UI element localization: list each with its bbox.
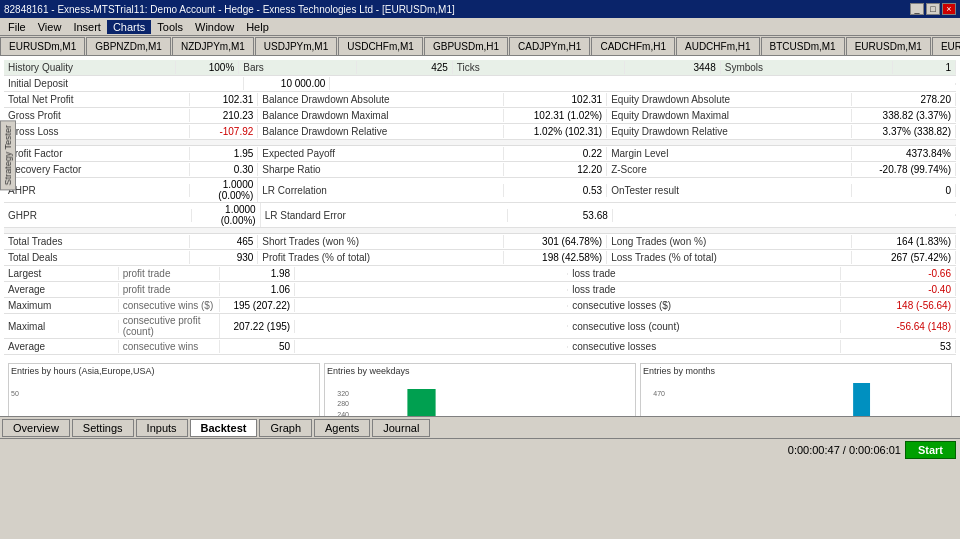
window-controls[interactable]: _ □ × [910,3,956,15]
ticks-label: Ticks [453,61,625,74]
weekdays-chart: Entries by weekdays 320 280 240 200 160 … [324,363,636,416]
average-loss-value: -0.40 [841,283,956,296]
start-button[interactable]: Start [905,441,956,459]
total-trades-row: Total Trades 465 Short Trades (won %) 30… [4,234,956,250]
tab-audchfh1[interactable]: AUDCHFm,H1 [676,37,760,55]
maximal-consec-profit-sublabel: consecutive profit (count) [119,314,220,338]
bottom-tabbar: Overview Settings Inputs Backtest Graph … [0,416,960,438]
tab-cadjpyh1[interactable]: CADJPYm,H1 [509,37,590,55]
gross-profit-value: 210.23 [190,109,258,122]
menu-insert[interactable]: Insert [67,20,107,34]
menubar: File View Insert Charts Tools Window Hel… [0,18,960,36]
tab-gbpnzdm1[interactable]: GBPNZDm,M1 [86,37,171,55]
equity-drawdown-rel-value: 3.37% (338.82) [852,125,956,138]
maximize-button[interactable]: □ [926,3,940,15]
profit-trades-value: 198 (42.58%) [504,251,608,264]
balance-drawdown-abs-label: Balance Drawdown Absolute [258,93,503,106]
balance-drawdown-rel-value: 1.02% (102.31) [504,125,608,138]
total-net-profit-row: Total Net Profit 102.31 Balance Drawdown… [4,92,956,108]
average-profit-sublabel: profit trade [119,283,220,296]
average-label: Average [4,283,119,296]
history-quality-value: 100% [176,61,239,74]
lr-std-error-label: LR Standard Error [261,209,509,222]
balance-drawdown-max-value: 102.31 (1.02%) [504,109,608,122]
weekdays-chart-title: Entries by weekdays [327,366,633,376]
tab-journal[interactable]: Journal [372,419,430,437]
profit-factor-value: 1.95 [190,147,258,160]
largest-profit-value: 1.98 [220,267,295,280]
maximal-consec-loss-label: consecutive loss (count) [568,320,841,333]
lr-std-error-value: 53.68 [508,209,612,222]
initial-deposit-row: Initial Deposit 10 000.00 [4,76,956,92]
loss-trades-label: Loss Trades (% of total) [607,251,852,264]
profit-trades-label: Profit Trades (% of total) [258,251,503,264]
tab-settings[interactable]: Settings [72,419,134,437]
tab-overview[interactable]: Overview [2,419,70,437]
tab-backtest[interactable]: Backtest [190,419,258,437]
gross-loss-row: Gross Loss -107.92 Balance Drawdown Rela… [4,124,956,140]
total-trades-value: 465 [190,235,258,248]
tab-usdjpym1[interactable]: USDJPYm,M1 [255,37,337,55]
hours-chart-title: Entries by hours (Asia,Europe,USA) [11,366,317,376]
menu-help[interactable]: Help [240,20,275,34]
lr-correlation-value: 0.53 [504,184,608,197]
main-content: History Quality 100% Bars 425 Ticks 3448… [0,56,960,416]
charts-section: Entries by hours (Asia,Europe,USA) 50 45 [4,359,956,416]
avg-consec-label: Average [4,340,119,353]
tab-gbpusdh1[interactable]: GBPUSDm,H1 [424,37,508,55]
months-bar-chart [667,381,949,416]
maximum-label: Maximum [4,299,119,312]
tab-cadchfh1[interactable]: CADCHFm,H1 [591,37,675,55]
menu-charts[interactable]: Charts [107,20,151,34]
max-consec-losses-label: consecutive losses ($) [568,299,841,312]
short-trades-value: 301 (64.78%) [504,235,608,248]
tab-eurusdm1-2[interactable]: EURUSDm,M1 [846,37,931,55]
menu-window[interactable]: Window [189,20,240,34]
tab-graph[interactable]: Graph [259,419,312,437]
symbols-label: Symbols [721,61,893,74]
ahpr-row: AHPR 1.0000 (0.00%) LR Correlation 0.53 … [4,178,956,203]
bars-value: 425 [357,61,453,74]
tab-eurusdm1-3[interactable]: EURUSDm,M1 [932,37,960,55]
tab-agents[interactable]: Agents [314,419,370,437]
hours-chart-area: 50 45 [11,380,317,416]
largest-loss-value: -0.66 [841,267,956,280]
tab-eurusdm1-1[interactable]: EURUSDm,M1 [0,37,85,55]
tab-nzdjpym1[interactable]: NZDJPYm,M1 [172,37,254,55]
gross-loss-value: -107.92 [190,125,258,138]
tab-btcusdm1[interactable]: BTCUSDm,M1 [761,37,845,55]
statusbar-time: 0:00:00:47 / 0:00:06:01 [788,444,901,456]
sharpe-ratio-label: Sharpe Ratio [258,163,503,176]
loss-trades-value: 267 (57.42%) [852,251,956,264]
largest-loss-label: loss trade [568,267,841,280]
total-net-profit-label: Total Net Profit [4,93,190,106]
avg-consec-wins-sublabel: consecutive wins [119,340,220,353]
sidebar-label: Strategy Tester [0,120,16,190]
maximum-row: Maximum consecutive wins ($) 195 (207.22… [4,298,956,314]
menu-view[interactable]: View [32,20,68,34]
total-trades-label: Total Trades [4,235,190,248]
largest-row: Largest profit trade 1.98 loss trade -0.… [4,266,956,282]
average-row: Average profit trade 1.06 loss trade -0.… [4,282,956,298]
tab-usdchfm1[interactable]: USDCHFm,M1 [338,37,423,55]
balance-drawdown-max-label: Balance Drawdown Maximal [258,109,503,122]
z-score-value: -20.78 (99.74%) [852,163,956,176]
close-button[interactable]: × [942,3,956,15]
ghpr-value: 1.0000 (0.00%) [192,203,261,227]
recovery-factor-label: Recovery Factor [4,163,190,176]
menu-file[interactable]: File [2,20,32,34]
max-consec-losses-value: 148 (-56.64) [841,299,956,312]
hours-bar-chart [21,381,317,416]
average-profit-value: 1.06 [220,283,295,296]
equity-drawdown-max-label: Equity Drawdown Maximal [607,109,852,122]
sharpe-ratio-value: 12.20 [504,163,608,176]
chart-tabbar: EURUSDm,M1 GBPNZDm,M1 NZDJPYm,M1 USDJPYm… [0,36,960,56]
minimize-button[interactable]: _ [910,3,924,15]
maximal-consec-profit-value: 207.22 (195) [220,320,295,333]
menu-tools[interactable]: Tools [151,20,189,34]
long-trades-value: 164 (1.83%) [852,235,956,248]
ghpr-row: GHPR 1.0000 (0.00%) LR Standard Error 53… [4,203,956,228]
gross-profit-label: Gross Profit [4,109,190,122]
history-quality-row: History Quality 100% Bars 425 Ticks 3448… [4,60,956,76]
tab-inputs[interactable]: Inputs [136,419,188,437]
